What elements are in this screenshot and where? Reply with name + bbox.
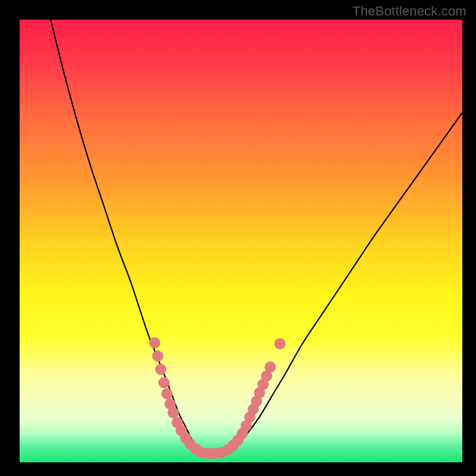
plot-area: [20, 20, 462, 462]
curve-marker: [149, 337, 160, 348]
curve-marker: [155, 364, 166, 375]
gradient-background: [20, 20, 462, 462]
watermark-text: TheBottleneck.com: [352, 4, 466, 19]
curve-marker: [162, 389, 173, 399]
chart-stage: TheBottleneck.com: [0, 0, 476, 476]
curve-marker: [152, 350, 163, 361]
curve-marker: [168, 408, 178, 418]
curve-marker: [265, 362, 275, 372]
chart-svg: [20, 20, 462, 462]
curve-marker: [159, 377, 170, 388]
curve-marker: [274, 339, 285, 349]
